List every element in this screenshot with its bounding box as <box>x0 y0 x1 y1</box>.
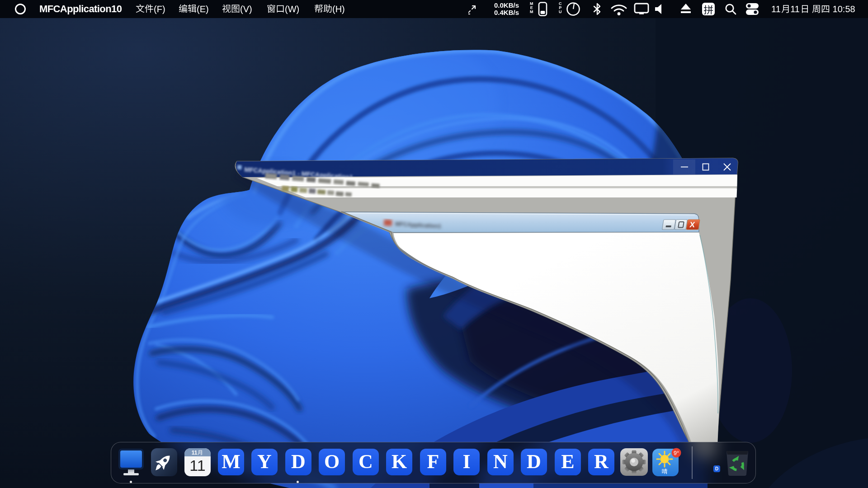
svg-text:9°: 9° <box>674 450 679 456</box>
svg-text:11: 11 <box>192 450 198 456</box>
svg-text:11: 11 <box>189 457 205 474</box>
